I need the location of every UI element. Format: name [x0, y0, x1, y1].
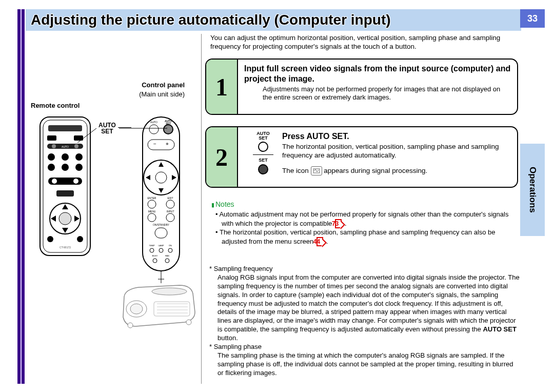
svg-point-36	[148, 200, 156, 208]
auto-set-button-icon	[258, 142, 268, 152]
list-item: Automatic adjustment may not be performe…	[209, 210, 520, 228]
term-body: Analog RGB signals input from the comput…	[209, 273, 520, 343]
svg-point-67	[186, 320, 191, 325]
step-2-line2b: appears during signal processing.	[324, 167, 427, 174]
step-1-heading: Input full screen video signals from the…	[244, 64, 511, 84]
svg-text:MENU: MENU	[148, 210, 156, 213]
illustration-column: Control panel (Main unit side) Remote co…	[31, 81, 195, 317]
svg-point-37	[166, 200, 174, 208]
svg-text:INPUT: INPUT	[167, 210, 174, 213]
callout-leader	[31, 81, 195, 143]
term-label: Sampling frequency	[209, 265, 520, 273]
svg-point-66	[128, 323, 133, 328]
definition-sampling-phase: Sampling phase The sampling phase is the…	[209, 343, 520, 378]
svg-point-17	[52, 179, 57, 184]
svg-point-23	[77, 236, 83, 242]
svg-rect-19	[56, 190, 74, 197]
svg-point-11	[62, 153, 69, 161]
svg-text:ON/STANDBY: ON/STANDBY	[153, 223, 170, 226]
svg-text:CT-90172: CT-90172	[60, 246, 71, 249]
svg-point-14	[62, 164, 69, 171]
step-2-number: 2	[206, 127, 238, 187]
term-text: Analog RGB signals input from the comput…	[217, 273, 520, 333]
note-text: Automatic adjustment may not be performe…	[219, 210, 508, 227]
svg-point-21	[59, 212, 71, 225]
set-button-icon	[258, 164, 268, 174]
step-2-body: AUTOSET SET Press AUTO SET. The horizont…	[238, 127, 517, 187]
svg-rect-44	[155, 228, 167, 238]
set-label: SET	[259, 158, 268, 163]
svg-point-40	[148, 213, 156, 222]
step-1-box: 1 Input full screen video signals from t…	[205, 58, 518, 115]
svg-line-68	[75, 128, 96, 143]
page-title: Adjusting the picture automatically (Com…	[31, 12, 391, 28]
svg-text:LAMP: LAMP	[159, 244, 164, 247]
svg-point-12	[75, 153, 83, 161]
step-2-line1: The horizontal position, vertical positi…	[282, 142, 511, 160]
note-text: The horizontal position, vertical positi…	[220, 228, 496, 245]
term-text-tail: button.	[217, 334, 238, 342]
notes-list: Automatic adjustment may not be performe…	[209, 210, 520, 246]
svg-point-7	[52, 144, 56, 148]
chapter-tab-label: Operations	[527, 167, 538, 213]
svg-text:ENTER: ENTER	[148, 197, 156, 200]
svg-point-22	[47, 236, 53, 242]
step-2-line2: The icon appears during signal processin…	[282, 166, 511, 175]
page-reference-badge[interactable]: 73	[335, 219, 342, 228]
step-2-text: Press AUTO SET. The horizontal position,…	[282, 131, 511, 183]
list-item: The horizontal position, vertical positi…	[209, 228, 520, 246]
svg-point-15	[75, 164, 83, 171]
processing-icon	[311, 166, 322, 175]
svg-point-41	[166, 213, 174, 222]
intro-paragraph: You can adjust the optimum horizontal po…	[210, 34, 518, 51]
svg-point-13	[48, 164, 55, 171]
svg-point-10	[48, 153, 55, 161]
step-2-line2a: The icon	[282, 167, 311, 174]
notes-heading: Notes	[211, 200, 234, 208]
chapter-tab: Operations	[520, 144, 545, 236]
svg-point-18	[73, 179, 78, 184]
svg-text:EXIT: EXIT	[167, 197, 173, 200]
step-1-text: Adjustments may not be performed properl…	[263, 85, 511, 102]
svg-point-8	[74, 144, 78, 148]
page-number-badge: 33	[520, 9, 545, 28]
step-2-button-diagram: AUTOSET SET	[244, 131, 282, 183]
svg-text:ON: ON	[169, 244, 172, 247]
diagram-divider	[253, 154, 273, 155]
svg-text:BUSY: BUSY	[152, 254, 158, 257]
projector-illustration	[113, 281, 200, 332]
page-number: 33	[527, 13, 538, 24]
svg-point-60	[152, 288, 187, 295]
svg-point-35	[155, 172, 167, 183]
step-1-number: 1	[206, 60, 238, 114]
term-bold: AUTO SET	[483, 325, 517, 333]
step-2-heading: Press AUTO SET.	[282, 131, 511, 142]
svg-text:AUTO: AUTO	[62, 145, 69, 148]
page-reference-badge[interactable]: 44	[316, 237, 323, 246]
title-banner: Adjusting the picture automatically (Com…	[26, 9, 521, 31]
auto-set-label: AUTOSET	[256, 131, 269, 141]
term-body: The sampling phase is the timing at whic…	[209, 351, 520, 378]
column-divider	[201, 34, 202, 384]
svg-text:FAN: FAN	[165, 254, 169, 257]
term-label: Sampling phase	[209, 343, 520, 351]
svg-text:TEMP: TEMP	[149, 244, 154, 247]
step-1-body: Input full screen video signals from the…	[238, 60, 517, 114]
svg-point-59	[130, 304, 143, 314]
section-accent-bar	[17, 9, 25, 384]
definition-sampling-frequency: Sampling frequency Analog RGB signals in…	[209, 265, 520, 343]
step-2-box: 2 AUTOSET SET Press AUTO SET. The horizo…	[205, 126, 518, 188]
